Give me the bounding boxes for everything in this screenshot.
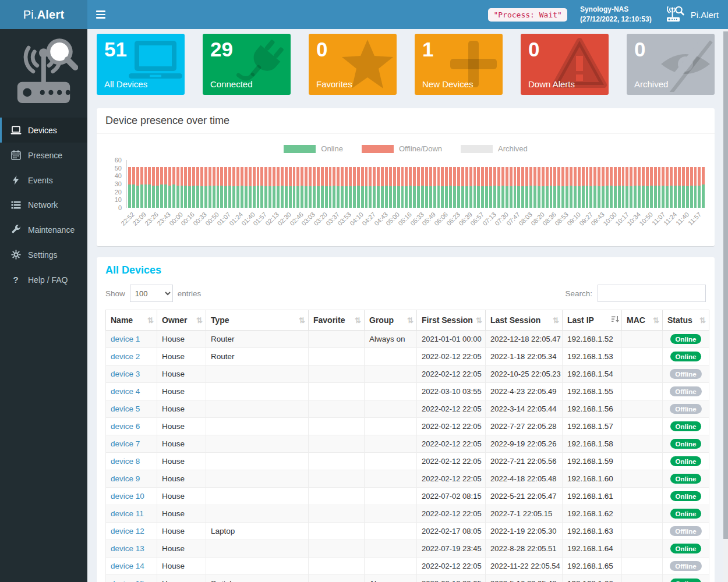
device-link[interactable]: device 9 xyxy=(111,474,140,483)
device-link[interactable]: device 6 xyxy=(111,422,140,431)
chart-bar xyxy=(654,167,657,208)
sidebar-item-events[interactable]: Events xyxy=(0,168,87,193)
navbar-brand[interactable]: Pi.Alert xyxy=(665,5,719,24)
cell-last_ip: 192.168.1.57 xyxy=(563,418,622,435)
page-length-select[interactable]: 100 xyxy=(130,285,173,302)
chart-bar xyxy=(305,167,308,208)
cell-status: Offline xyxy=(663,558,709,575)
column-header-type[interactable]: Type⇅ xyxy=(206,310,309,331)
device-link[interactable]: device 10 xyxy=(111,492,144,501)
cell-first_session: 2022-02-12 22:05 xyxy=(417,348,486,365)
cell-mac xyxy=(622,418,663,435)
cell-name: device 8 xyxy=(106,453,157,470)
device-link[interactable]: device 4 xyxy=(111,387,140,396)
search-input[interactable] xyxy=(598,285,706,302)
card-down-alerts[interactable]: 0 Down Alerts xyxy=(521,34,609,95)
sidebar-item-label: Settings xyxy=(28,250,58,260)
chart-bar xyxy=(521,167,524,208)
summary-cards: 51 All Devices 29 Connected 0 Favorites … xyxy=(97,34,715,95)
chart-bar xyxy=(457,167,460,208)
device-link[interactable]: device 8 xyxy=(111,457,140,466)
column-header-favorite[interactable]: Favorite⇅ xyxy=(309,310,365,331)
legend-swatch xyxy=(362,145,394,153)
cell-status: Online xyxy=(663,470,709,488)
sidebar-item-devices[interactable]: Devices xyxy=(0,118,87,143)
sidebar-item-settings[interactable]: Settings xyxy=(0,242,87,267)
cell-status: Online xyxy=(663,453,709,470)
cell-status: Offline xyxy=(663,383,709,400)
column-label: MAC xyxy=(627,315,645,325)
sidebar-item-maintenance[interactable]: Maintenance xyxy=(0,217,87,242)
column-header-last_ip[interactable]: Last IP xyxy=(563,310,622,331)
chart-bar xyxy=(365,167,368,208)
device-link[interactable]: device 14 xyxy=(111,562,144,570)
cell-group xyxy=(365,540,417,558)
chart-bar xyxy=(285,167,288,208)
device-link[interactable]: device 13 xyxy=(111,544,144,553)
column-header-mac[interactable]: MAC⇅ xyxy=(622,310,663,331)
device-link[interactable]: device 15 xyxy=(111,579,144,582)
chart-bar xyxy=(217,167,220,208)
table-row: device 4House2022-03-10 03:552022-4-23 2… xyxy=(106,383,709,400)
card-all-devices[interactable]: 51 All Devices xyxy=(97,34,185,95)
cell-favorite xyxy=(309,400,365,418)
cell-type xyxy=(206,470,309,488)
sidebar-item-presence[interactable]: Presence xyxy=(0,143,87,168)
column-header-name[interactable]: Name⇅ xyxy=(106,310,157,331)
scrollbar[interactable] xyxy=(723,29,728,582)
cell-type xyxy=(206,558,309,575)
sidebar-item-help[interactable]: ? Help / FAQ xyxy=(0,267,87,292)
cell-last_session: 2022-8-28 22:05.51 xyxy=(486,540,563,558)
sort-icon: ⇅ xyxy=(299,316,305,325)
chart-bar xyxy=(598,167,600,208)
process-status-badge[interactable]: "Process: Wait" xyxy=(488,8,567,22)
chart-bar xyxy=(517,167,520,208)
chart-bar xyxy=(638,167,641,208)
scrollbar-thumb[interactable] xyxy=(723,31,728,539)
device-link[interactable]: device 11 xyxy=(111,509,144,518)
column-header-group[interactable]: Group⇅ xyxy=(365,310,417,331)
cell-group: Always on xyxy=(365,575,417,582)
sidebar-item-network[interactable]: Network xyxy=(0,193,87,217)
chart-bar xyxy=(497,167,500,208)
cell-status: Online xyxy=(663,348,709,365)
column-header-status[interactable]: Status⇅ xyxy=(663,310,709,331)
host-time: (27/12/2022, 12:10:53) xyxy=(580,15,652,24)
table-controls: Show 100 entries Search: xyxy=(105,285,706,302)
app-logo[interactable]: Pi.Alert xyxy=(0,0,87,29)
column-header-last_session[interactable]: Last Session⇅ xyxy=(486,310,563,331)
chart-bar xyxy=(152,167,155,208)
status-badge: Online xyxy=(670,579,702,582)
card-archived[interactable]: 0 Archived xyxy=(627,34,715,95)
chart-bar xyxy=(481,167,484,208)
device-link[interactable]: device 7 xyxy=(111,439,140,448)
device-link[interactable]: device 12 xyxy=(111,527,144,535)
chart-bar xyxy=(249,167,252,208)
cell-owner: House xyxy=(157,488,206,505)
cell-owner: House xyxy=(157,348,206,365)
card-connected[interactable]: 29 Connected xyxy=(203,34,291,95)
chart-bar xyxy=(485,167,488,208)
chart-bar xyxy=(625,167,628,208)
cell-name: device 4 xyxy=(106,383,157,400)
cell-name: device 12 xyxy=(106,523,157,540)
presence-panel: Device presence over time OnlineOffline/… xyxy=(97,108,715,246)
device-link[interactable]: device 2 xyxy=(111,352,140,361)
chart-bar xyxy=(538,167,540,208)
table-row: device 7House2022-02-12 22:052022-9-19 2… xyxy=(106,435,709,453)
cell-last_session: 2022-1-19 22:05.30 xyxy=(486,523,563,540)
column-header-first_session[interactable]: First Session⇅ xyxy=(417,310,486,331)
chart-bar xyxy=(357,167,360,208)
cell-owner: House xyxy=(157,365,206,383)
table-row: device 6House2022-02-12 22:052022-7-27 2… xyxy=(106,418,709,435)
device-link[interactable]: device 5 xyxy=(111,404,140,413)
cell-owner: House xyxy=(157,453,206,470)
card-favorites[interactable]: 0 Favorites xyxy=(309,34,397,95)
device-link[interactable]: device 3 xyxy=(111,370,140,378)
sidebar-toggle-button[interactable] xyxy=(87,0,114,29)
card-new-devices[interactable]: 1 New Devices xyxy=(415,34,503,95)
device-link[interactable]: device 1 xyxy=(111,335,140,343)
column-header-owner[interactable]: Owner⇅ xyxy=(157,310,206,331)
sidebar: Devices Presence Events Network Maintena… xyxy=(0,29,87,582)
cell-owner: House xyxy=(157,470,206,488)
